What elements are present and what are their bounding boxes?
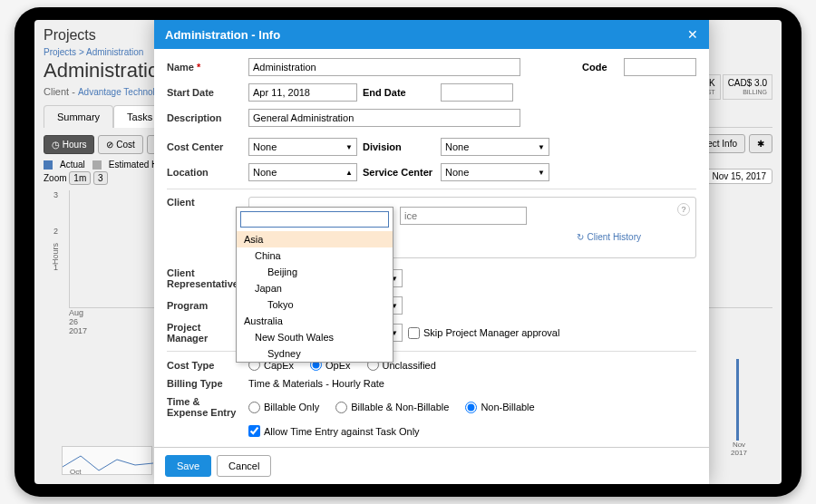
location-select[interactable]: None▲ xyxy=(248,163,357,181)
service-center-select[interactable]: None▼ xyxy=(441,163,549,181)
billing-type-label: Billing Type xyxy=(167,378,243,389)
dd-item-japan[interactable]: Japan xyxy=(237,280,393,296)
dropdown-search-input[interactable] xyxy=(240,211,389,228)
invoice-currency-label: Invoice Currency xyxy=(167,446,243,447)
skip-pm-checkbox[interactable]: Skip Project Manager approval xyxy=(408,327,559,339)
dd-item-nsw[interactable]: New South Wales xyxy=(237,329,393,345)
client-label: Client xyxy=(167,197,243,208)
both-radio[interactable]: Billable & Non-Billable xyxy=(335,402,449,413)
tablet-frame: Projects Projects > Administration Admin… xyxy=(15,7,801,497)
service-center-label: Service Center xyxy=(363,167,435,178)
clock-icon: ◷ xyxy=(52,140,60,150)
modal-header: Administration - Info ✕ xyxy=(154,20,709,49)
name-input[interactable] xyxy=(248,58,520,76)
dd-item-asia[interactable]: Asia xyxy=(237,231,393,247)
legend-actual: Actual xyxy=(60,160,85,170)
code-label: Code xyxy=(582,62,618,73)
end-date-label: End Date xyxy=(363,87,435,98)
program-label: Program xyxy=(167,300,243,311)
billing-type-value: Time & Materials - Hourly Rate xyxy=(248,378,384,389)
location-dropdown: Asia China Beijing Japan Tokyo Australia… xyxy=(236,207,393,363)
time-entry-radio: Billable Only Billable & Non-Billable No… xyxy=(248,402,535,413)
start-date-input[interactable] xyxy=(248,83,357,102)
dd-item-tokyo[interactable]: Tokyo xyxy=(237,296,393,313)
modal-body: Name * Code Start Date End Date Descript… xyxy=(154,49,709,447)
settings-button[interactable]: ✱ xyxy=(749,134,772,153)
currency-icon: ⊘ xyxy=(106,140,113,150)
admin-info-modal: Administration - Info ✕ Name * Code Star… xyxy=(154,20,709,484)
location-label: Location xyxy=(167,167,243,178)
hours-button[interactable]: ◷ Hours xyxy=(44,135,94,154)
close-icon[interactable]: ✕ xyxy=(687,27,698,42)
division-label: Division xyxy=(363,141,435,152)
legend-actual-swatch xyxy=(44,160,53,170)
gear-icon: ✱ xyxy=(757,139,764,149)
history-icon: ↻ xyxy=(577,232,584,242)
name-label: Name * xyxy=(167,62,243,73)
chevron-down-icon: ▼ xyxy=(345,143,353,151)
client-search-input[interactable] xyxy=(400,207,527,225)
chevron-down-icon: ▼ xyxy=(538,169,545,177)
dd-item-sydney[interactable]: Sydney xyxy=(237,345,393,362)
cost-center-label: Cost Center xyxy=(167,141,243,152)
client-label: Client - xyxy=(44,86,78,97)
modal-title: Administration - Info xyxy=(165,28,280,42)
description-input[interactable] xyxy=(248,109,520,127)
zoom-3m[interactable]: 3 xyxy=(93,171,108,185)
chevron-up-icon: ▲ xyxy=(345,169,353,177)
chevron-down-icon: ▼ xyxy=(538,143,545,151)
description-label: Description xyxy=(167,112,243,123)
end-date-picker[interactable]: Nov 15, 2017 xyxy=(706,169,773,184)
cost-center-select[interactable]: None▼ xyxy=(248,138,357,156)
dd-item-australia[interactable]: Australia xyxy=(237,313,393,329)
time-expense-label: Time & Expense Entry xyxy=(167,396,243,418)
code-input[interactable] xyxy=(624,58,696,76)
dd-item-china[interactable]: China xyxy=(237,247,393,264)
y-axis-label: Hours xyxy=(51,242,60,264)
screen: Projects Projects > Administration Admin… xyxy=(34,20,782,484)
stat-billing: CAD$ 3.0BILLING xyxy=(723,74,772,100)
client-rep-label: Client Representative xyxy=(167,267,243,289)
modal-footer: Save Cancel xyxy=(154,447,709,484)
billable-radio[interactable]: Billable Only xyxy=(248,402,319,413)
start-date-label: Start Date xyxy=(167,87,243,98)
end-date-input[interactable] xyxy=(441,83,513,102)
divider xyxy=(167,189,696,189)
nonbill-radio[interactable]: Non-Billable xyxy=(465,402,534,413)
save-button[interactable]: Save xyxy=(165,455,211,477)
zoom-1m[interactable]: 1m xyxy=(69,171,91,185)
client-history-link[interactable]: ↻ Client History xyxy=(577,232,641,242)
cost-button[interactable]: ⊘ Cost xyxy=(98,135,142,154)
dd-item-beijing[interactable]: Beijing xyxy=(237,264,393,280)
help-icon[interactable]: ? xyxy=(677,203,690,216)
tab-summary[interactable]: Summary xyxy=(44,105,113,128)
mini-chart[interactable]: Oct xyxy=(62,446,152,475)
dropdown-list[interactable]: Asia China Beijing Japan Tokyo Australia… xyxy=(237,231,393,362)
division-select[interactable]: None▼ xyxy=(441,138,549,156)
pm-label: Project Manager xyxy=(167,322,243,344)
legend-est-swatch xyxy=(92,160,102,170)
cost-type-label: Cost Type xyxy=(167,360,243,371)
cancel-button[interactable]: Cancel xyxy=(217,455,271,477)
allow-time-checkbox[interactable]: Allow Time Entry against Task Only xyxy=(248,425,696,437)
